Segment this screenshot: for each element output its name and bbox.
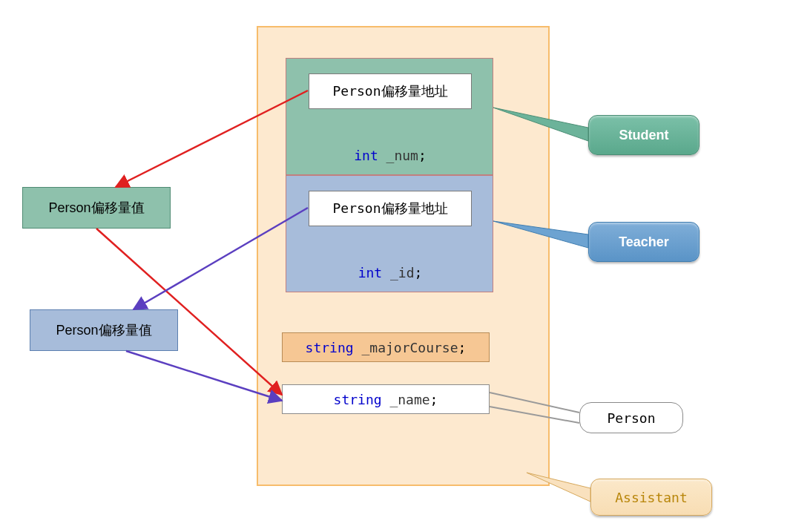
teacher-offset-addr-text: Person偏移量地址 bbox=[332, 200, 447, 217]
teacher-field-semicolon: ; bbox=[415, 265, 423, 280]
teacher-block: Person偏移量地址 int _id ; bbox=[286, 175, 493, 292]
teacher-field-type: int bbox=[358, 265, 383, 280]
offset-value-blue: Person偏移量值 bbox=[30, 309, 178, 351]
teacher-field-line: int _id ; bbox=[286, 261, 494, 283]
student-block: Person偏移量地址 int _num ; bbox=[286, 58, 493, 175]
callout-teacher: Teacher bbox=[588, 222, 700, 262]
callout-person: Person bbox=[579, 402, 683, 433]
student-offset-addr-box: Person偏移量地址 bbox=[309, 73, 472, 109]
teacher-field-name: _id bbox=[390, 265, 415, 280]
student-field-line: int _num ; bbox=[286, 144, 494, 166]
callout-student-text: Student bbox=[619, 128, 669, 143]
major-type: string bbox=[306, 340, 354, 355]
callout-assistant: Assistant bbox=[590, 479, 712, 516]
offset-value-green: Person偏移量值 bbox=[22, 187, 171, 229]
student-offset-addr-text: Person偏移量地址 bbox=[332, 82, 447, 100]
major-semicolon: ; bbox=[458, 340, 467, 355]
callout-student: Student bbox=[588, 115, 700, 155]
callout-assistant-text: Assistant bbox=[615, 490, 688, 505]
offset-value-blue-text: Person偏移量值 bbox=[56, 321, 151, 339]
student-field-semicolon: ; bbox=[418, 148, 427, 163]
name-type: string bbox=[334, 392, 382, 407]
name-field: string _name ; bbox=[282, 384, 490, 414]
callout-person-text: Person bbox=[607, 410, 655, 426]
major-name: _majorCourse bbox=[361, 340, 458, 355]
student-field-name: _num bbox=[386, 148, 418, 163]
name-name: _name bbox=[389, 392, 429, 407]
name-semicolon: ; bbox=[430, 392, 438, 407]
teacher-offset-addr-box: Person偏移量地址 bbox=[309, 191, 472, 226]
major-course-field: string _majorCourse ; bbox=[282, 332, 490, 362]
offset-value-green-text: Person偏移量值 bbox=[48, 199, 144, 217]
callout-teacher-text: Teacher bbox=[619, 234, 669, 250]
student-field-type: int bbox=[354, 148, 378, 163]
